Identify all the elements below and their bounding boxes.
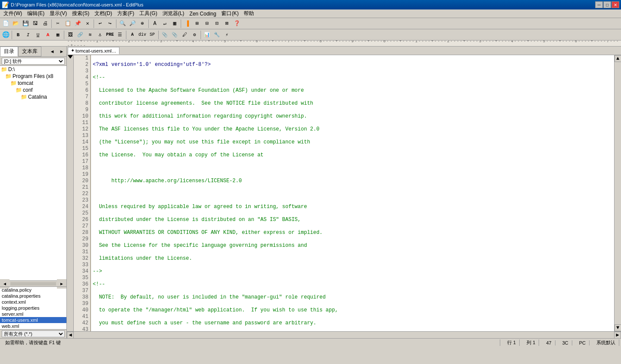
undo-button[interactable]: ↩: [95, 19, 105, 28]
ln-20: 20: [75, 178, 88, 184]
scroll-track[interactable]: [10, 282, 56, 286]
ln-37: 37: [75, 288, 88, 294]
col-button[interactable]: ▦: [170, 19, 179, 28]
btn-x[interactable]: ⊡: [212, 19, 222, 28]
code-content[interactable]: <?xml version='1.0' encoding='utf-8'?> <…: [91, 55, 614, 331]
tree-item-catalina[interactable]: 📁 Catalina: [0, 93, 66, 100]
list-button[interactable]: ☰: [115, 30, 125, 40]
clip2[interactable]: 📎: [170, 30, 179, 40]
open-file-tomcat-users[interactable]: ✦ tomcat-users.xml…: [68, 47, 119, 54]
file-context[interactable]: context.xml: [0, 299, 66, 305]
menu-window[interactable]: 窗口(K): [219, 9, 241, 18]
save-button[interactable]: 💾: [21, 19, 30, 28]
tree-item-d[interactable]: 📁 D:\: [0, 66, 66, 73]
ln-15: 15: [75, 146, 88, 152]
browser-btn2[interactable]: ⊟: [202, 19, 212, 28]
tab-directory[interactable]: 目录: [0, 47, 18, 56]
ln-39: 39: [75, 301, 88, 307]
menu-project[interactable]: 方案(F): [115, 9, 137, 18]
menu-file[interactable]: 文件(W): [1, 9, 25, 18]
menu-zen[interactable]: Zen Coding: [187, 10, 219, 18]
color-button[interactable]: A: [43, 30, 53, 40]
close-button[interactable]: ✕: [612, 1, 619, 8]
em-button[interactable]: ≋: [85, 30, 95, 40]
find-button[interactable]: 🔍: [118, 19, 127, 28]
titlebar: 📝 D:\Program Files (x86)\tomcat\conf\tom…: [0, 0, 621, 9]
underline-button[interactable]: U: [33, 30, 43, 40]
func3[interactable]: ⚡: [222, 30, 232, 40]
ln-43: 43: [75, 327, 88, 331]
file-catalina-policy[interactable]: catalina.policy: [0, 287, 66, 293]
menu-view[interactable]: 显示(V): [47, 9, 69, 18]
line-numbers: 1 2 3 4 5 6 7 8 9 10 11 12 13 14 15 16 1…: [74, 55, 91, 331]
menu-tools[interactable]: 工具(G): [137, 9, 160, 18]
func2[interactable]: 🔧: [212, 30, 222, 40]
btn-z[interactable]: ❓: [232, 19, 242, 28]
ln-26: 26: [75, 217, 88, 223]
paste-button[interactable]: 📌: [73, 19, 82, 28]
span-button[interactable]: SP: [147, 30, 157, 40]
format-button[interactable]: A: [150, 19, 160, 28]
vscrollbar: ▲ ▼: [614, 55, 621, 331]
anchor-button[interactable]: ⚓: [95, 30, 105, 40]
tsep1: [12, 31, 12, 39]
status-help: 如需帮助，请按键盘 F1 键: [2, 339, 500, 346]
sidebar-next[interactable]: ▶: [57, 47, 66, 56]
find-all-button[interactable]: ⊕: [138, 19, 147, 28]
menu-search[interactable]: 搜索(S): [69, 9, 92, 18]
menu-document[interactable]: 文档(D): [92, 9, 115, 18]
web-button[interactable]: 🌐: [1, 30, 10, 40]
btn-y[interactable]: ⊠: [222, 19, 232, 28]
ln-16: 16: [75, 152, 88, 159]
file-catalina-props[interactable]: catalina.properties: [0, 293, 66, 299]
print-button[interactable]: 🖨: [41, 19, 50, 28]
css-button[interactable]: PRE: [105, 30, 115, 40]
find-replace-button[interactable]: 🔎: [128, 19, 137, 28]
file-web[interactable]: web.xml: [0, 323, 66, 329]
tree-item-programfiles[interactable]: 📁 Program Files (x8: [0, 73, 66, 80]
redo-button[interactable]: ↪: [105, 19, 115, 28]
tree-item-tomcat[interactable]: 📁 tomcat: [0, 80, 66, 87]
maximize-button[interactable]: □: [603, 1, 611, 8]
clip4[interactable]: ⚙: [190, 30, 199, 40]
htag-btn[interactable]: A: [128, 30, 137, 40]
code-line-17: -->: [93, 268, 612, 275]
menu-browser[interactable]: 浏览器(L): [160, 9, 187, 18]
file-tomcat-users[interactable]: tomcat-users.xml: [0, 317, 66, 323]
bold-button[interactable]: B: [13, 30, 23, 40]
func1[interactable]: 📊: [202, 30, 212, 40]
div-button[interactable]: div: [138, 30, 147, 40]
img-button[interactable]: 🖼: [66, 30, 75, 40]
code-line-15: See the License for the specific languag…: [93, 243, 612, 249]
toggle-button[interactable]: ⊞: [192, 19, 202, 28]
scroll-up-btn[interactable]: ▲: [615, 55, 621, 62]
italic-button[interactable]: I: [23, 30, 33, 40]
delete-button[interactable]: ✕: [83, 19, 92, 28]
minimize-button[interactable]: ─: [595, 1, 603, 8]
tab-clipboard[interactable]: 文本库: [18, 47, 41, 56]
clip3[interactable]: 🖊: [180, 30, 189, 40]
file-logging[interactable]: logging.properties: [0, 305, 66, 311]
cut-button[interactable]: ✂: [53, 19, 63, 28]
table-button[interactable]: ▦: [53, 30, 63, 40]
sidebar-prev[interactable]: ◀: [47, 47, 57, 56]
tree-label-conf: conf: [23, 87, 33, 93]
new-button[interactable]: 📄: [1, 19, 10, 28]
save-all-button[interactable]: 🖫: [31, 19, 40, 28]
highlight-button[interactable]: ▐: [182, 19, 192, 28]
file-server[interactable]: server.xml: [0, 311, 66, 317]
statusbar: 如需帮助，请按键盘 F1 键 行 1 列 1 47 3C PC 系统默认: [0, 338, 621, 347]
copy-button[interactable]: 📋: [63, 19, 72, 28]
clip1[interactable]: 📎: [160, 30, 169, 40]
scroll-left-btn[interactable]: ◀: [67, 332, 74, 339]
menu-edit[interactable]: 编辑(E): [25, 9, 47, 18]
filter-select[interactable]: 所有文件 (*.*): [2, 330, 65, 337]
tree-item-conf[interactable]: 📁 conf: [0, 87, 66, 93]
drive-select[interactable]: [D:] 软件: [2, 58, 65, 65]
wordwrap-button[interactable]: ↵: [160, 19, 169, 28]
menu-help[interactable]: 帮助: [241, 9, 257, 18]
scroll-down-btn[interactable]: ▼: [615, 324, 621, 331]
link-button[interactable]: 🔗: [75, 30, 85, 40]
scroll-right-btn[interactable]: ▶: [614, 332, 621, 339]
open-button[interactable]: 📂: [11, 19, 20, 28]
